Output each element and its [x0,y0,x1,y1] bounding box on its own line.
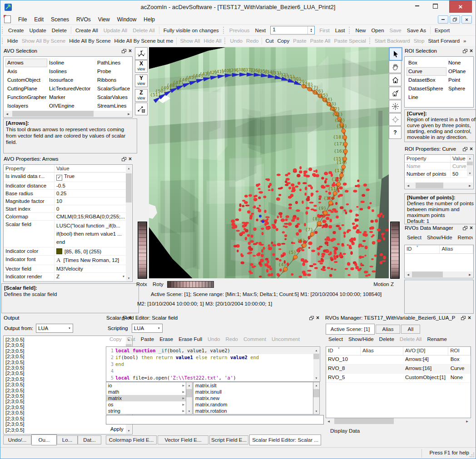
new-button[interactable]: New [352,26,368,35]
library-math[interactable]: math▶ [106,389,186,395]
select-button[interactable]: Select [404,234,424,243]
property-row-number-of-points[interactable]: Number of points50 [405,170,467,178]
code-editor[interactable]: 1local function _if(bool, value1, value2… [106,346,320,382]
remove-button[interactable]: Remove [455,234,473,243]
avo-item-probe[interactable]: Probe [95,67,130,76]
output-source-combobox[interactable]: LUA▼ [36,324,73,333]
scroll-down-icon[interactable]: ▼ [313,408,319,414]
editor-tab-vector-field-e[interactable]: Vector Field E... [158,435,208,444]
show-hide-button[interactable]: Show/Hide [346,336,377,345]
scroll-thumb[interactable] [467,162,473,165]
menu-rvos[interactable]: RVOs [73,15,94,24]
roi-properties-hscrollbar[interactable]: ◀▶ [405,183,473,188]
avo-item-arrows[interactable]: Arrows [5,59,47,67]
avo-item-marker[interactable]: Marker [47,93,95,102]
display-data-button[interactable]: Display Data [327,427,362,434]
scroll-down-icon[interactable]: ▼ [467,170,473,176]
erase-button[interactable]: Erase [157,336,176,345]
roi-properties-vscrollbar[interactable]: ▲▼ [467,155,473,176]
property-row-indicator-font[interactable]: Indicator fontA[Times New Roman, 12] [4,256,126,265]
float-icon[interactable] [122,49,126,53]
function-matrix-random[interactable]: matrix.random [193,401,313,408]
menu-window[interactable]: Window [114,15,140,24]
scroll-down-icon[interactable]: ▼ [126,275,132,281]
scroll-down-icon[interactable]: ▼ [186,408,192,414]
measure-delete-button[interactable] [135,103,148,115]
property-row-start-index[interactable]: Start index0 [4,205,126,213]
paste-button[interactable]: Paste [138,336,157,345]
maximize-button[interactable] [427,0,443,11]
axes-button[interactable]: zxy [135,47,148,60]
avo-item-axis[interactable]: Axis [5,67,47,76]
float-icon[interactable] [309,316,314,320]
scripting-combobox[interactable]: LUA▼ [132,324,163,333]
menu-scenes[interactable]: Scenes [47,15,73,24]
close-icon[interactable]: × [129,157,132,161]
close-button[interactable]: × [449,0,472,13]
avo-item-lictexturedvector[interactable]: LicTexturedVector [47,84,95,93]
roi-item-curve[interactable]: Curve [407,67,446,76]
rvos-tab-all[interactable]: All [401,325,420,334]
pointer-button[interactable] [389,47,402,61]
hide-all-by-scene-but-me-button[interactable]: Hide All By Scene but me [113,37,175,45]
avo-item-scalarvalues[interactable]: ScalarValues [95,93,130,102]
create-all-button[interactable]: Create All [73,26,101,35]
scroll-down-icon[interactable]: ▼ [313,375,319,381]
scroll-track[interactable] [411,271,467,277]
mdi-minimize-button[interactable] [438,15,448,24]
delete-button[interactable]: Delete [377,336,397,345]
roi-item-line[interactable]: Line [407,93,446,102]
close-icon[interactable]: × [470,147,473,151]
chevron-down-icon[interactable]: ▼ [122,275,125,278]
set-home-button[interactable] [389,87,402,99]
rvos-header-alias[interactable]: Alias [361,347,403,355]
select-button[interactable]: Select [326,336,346,345]
scroll-track[interactable] [411,183,467,188]
avo-item-ribbons[interactable]: Ribbons [95,76,130,84]
rename-button[interactable]: Rename [424,336,449,345]
avo-item-streamlines[interactable]: StreamLines [95,102,130,110]
delete-button[interactable]: Delete [49,26,69,35]
rvos-header-avo-id[interactable]: AVO:[ID] [403,347,448,355]
function-matrix-new[interactable]: matrix.new [193,395,313,401]
avo-item-isolayers[interactable]: Isolayers [5,102,47,110]
scroll-thumb[interactable] [416,183,444,188]
avo-item-cuttingplane[interactable]: CuttingPlane [5,84,47,93]
avo-properties-vscrollbar[interactable]: ▲▼ [126,165,132,281]
float-icon[interactable] [463,49,467,53]
open-button[interactable]: Open [368,26,387,35]
rotx-button[interactable]: Rotx [136,281,147,287]
dm-header-alias[interactable]: Alias [440,245,473,253]
code-line[interactable]: 4 [106,368,313,375]
rvos-tab-active-scene-1[interactable]: Active Scene: [1] [326,324,375,335]
checkbox-checked-icon[interactable]: ✓ [56,175,62,181]
scroll-right-icon[interactable]: ▶ [126,111,132,117]
avo-item-customobject[interactable]: CustomObject [5,76,47,84]
property-row-indicator-color[interactable]: Indicator color[85, 85, 0] (255) [4,247,126,256]
avo-item-isosurface[interactable]: Isosurface [47,76,95,84]
scroll-track[interactable] [10,111,126,117]
rvos-row-rvo-10[interactable]: RVO_10Arrows:[4]Box [326,355,471,365]
property-row-vector-field[interactable]: Vector fieldM3!Velocity [4,265,126,273]
scroll-thumb[interactable] [12,111,94,117]
close-icon[interactable]: × [470,226,473,230]
view-all-button[interactable] [389,100,402,113]
avo-item-pathlines[interactable]: PathLines [95,59,130,67]
property-row-indicator-distance[interactable]: Indicator distance-0.5 [4,182,126,190]
avo-item-oivengine[interactable]: OIVEngine [47,102,95,110]
menu-view[interactable]: View [94,15,114,24]
rvos-tab-alias[interactable]: Alias [376,325,400,334]
apply-button[interactable]: Apply [108,425,126,433]
roi-item-sphere[interactable]: Sphere [446,84,471,93]
code-line[interactable]: 5local file=io.open('Z:\\Test222.txt', '… [106,375,313,381]
code-line[interactable]: 3end [106,361,313,368]
roi-item-datasetbox[interactable]: DatasetBox [407,76,446,84]
rvos-header-roi[interactable]: ROI [448,347,471,355]
library-io[interactable]: io▶ [106,382,186,389]
scroll-right-icon[interactable]: ▶ [467,271,473,277]
dock-tab-ou[interactable]: Ou... [31,434,57,445]
close-icon[interactable]: × [129,49,132,53]
mdi-close-button[interactable]: × [461,15,472,24]
avo-item-isolines[interactable]: Isolines [47,67,95,76]
dock-tab-undo[interactable]: Undo/... [3,435,31,444]
